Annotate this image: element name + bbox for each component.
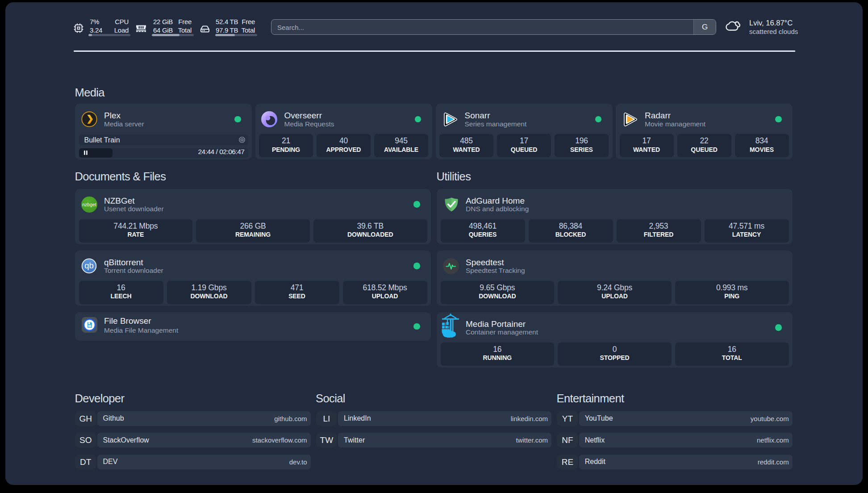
svg-text:qb: qb: [84, 260, 94, 270]
svg-text:nzbget: nzbget: [82, 202, 96, 207]
